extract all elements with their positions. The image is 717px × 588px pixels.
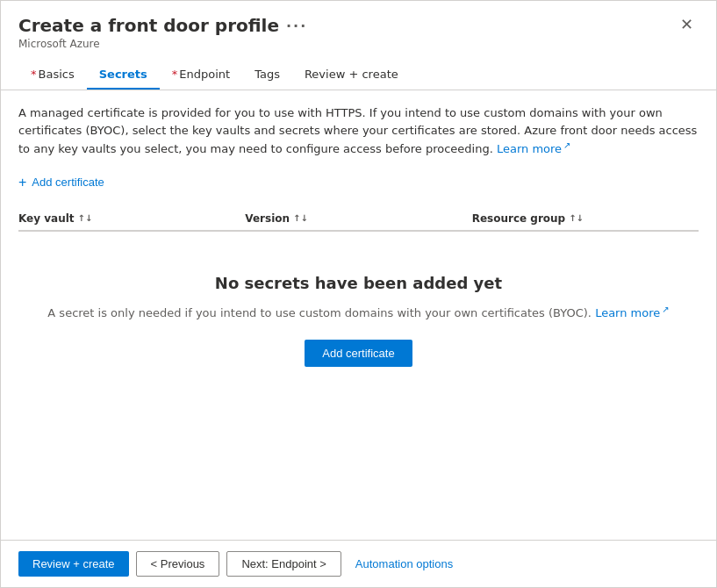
info-learn-more-link[interactable]: Learn more↗ [497, 142, 571, 155]
col-version-label: Version [245, 212, 290, 225]
col-resource-group: Resource group ↑↓ [472, 212, 699, 225]
empty-state-desc-text: A secret is only needed if you intend to… [47, 306, 595, 319]
dialog-title: Create a front door profile ··· [18, 15, 307, 36]
review-create-button[interactable]: Review + create [18, 551, 129, 577]
tab-tags-label: Tags [255, 68, 280, 81]
add-certificate-button-top[interactable]: + Add certificate [18, 172, 104, 193]
table-header: Key vault ↑↓ Version ↑↓ Resource group ↑… [18, 207, 699, 232]
add-certificate-label: Add certificate [32, 176, 104, 189]
info-text-content: A managed certificate is provided for yo… [18, 106, 697, 155]
content-area: A managed certificate is provided for yo… [1, 90, 716, 540]
basics-required-star: * [31, 68, 37, 81]
empty-state-title: No secrets have been added yet [215, 274, 502, 292]
dialog-ellipsis-button[interactable]: ··· [286, 18, 307, 34]
tab-endpoint-label: Endpoint [179, 68, 230, 81]
endpoint-required-star: * [172, 68, 178, 81]
tab-bar: *Basics Secrets *Endpoint Tags Review + … [1, 61, 716, 90]
dialog-header: Create a front door profile ··· Microsof… [1, 1, 716, 61]
col-version: Version ↑↓ [245, 212, 471, 225]
tab-secrets[interactable]: Secrets [87, 61, 160, 90]
next-button[interactable]: Next: Endpoint > [226, 551, 341, 577]
close-button[interactable]: ✕ [675, 15, 699, 34]
previous-button[interactable]: < Previous [136, 551, 220, 577]
create-front-door-dialog: Create a front door profile ··· Microsof… [0, 0, 717, 588]
tab-basics[interactable]: *Basics [18, 61, 87, 90]
dialog-title-text: Create a front door profile [18, 15, 279, 36]
empty-state: No secrets have been added yet A secret … [18, 232, 699, 395]
empty-state-desc: A secret is only needed if you intend to… [47, 303, 669, 322]
tab-review-create-label: Review + create [305, 68, 398, 81]
automation-options-button[interactable]: Automation options [348, 552, 460, 576]
dialog-title-area: Create a front door profile ··· Microsof… [18, 15, 307, 50]
dialog-subtitle: Microsoft Azure [18, 38, 307, 50]
col-resource-group-sort[interactable]: ↑↓ [569, 213, 584, 223]
tab-basics-label: Basics [39, 68, 75, 81]
learn-more-link-icon: ↗ [563, 139, 570, 152]
tab-tags[interactable]: Tags [242, 61, 292, 90]
dialog-footer: Review + create < Previous Next: Endpoin… [1, 540, 716, 587]
col-key-vault-sort[interactable]: ↑↓ [78, 213, 93, 223]
col-resource-group-label: Resource group [472, 212, 566, 225]
empty-learn-more-link[interactable]: Learn more↗ [595, 306, 670, 319]
add-certificate-button-empty[interactable]: Add certificate [305, 340, 412, 367]
plus-icon: + [18, 176, 26, 190]
col-key-vault-label: Key vault [18, 212, 75, 225]
tab-endpoint[interactable]: *Endpoint [160, 61, 242, 90]
info-paragraph: A managed certificate is provided for yo… [18, 104, 699, 158]
col-version-sort[interactable]: ↑↓ [293, 213, 308, 223]
tab-review-create[interactable]: Review + create [292, 61, 411, 90]
tab-secrets-label: Secrets [99, 68, 147, 81]
col-key-vault: Key vault ↑↓ [18, 212, 245, 225]
empty-learn-more-icon: ↗ [662, 303, 669, 316]
